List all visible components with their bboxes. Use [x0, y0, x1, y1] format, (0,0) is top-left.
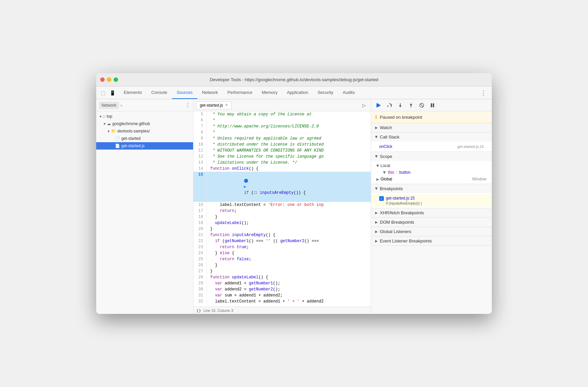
breakpoint-notice-text: Paused on breakpoint	[380, 115, 422, 120]
section-header-xhr-fetch[interactable]: ▶ XHR/fetch Breakpoints	[371, 208, 492, 217]
section-event-listener-breakpoints: ▶ Event Listener Breakpoints	[371, 236, 492, 246]
dom-label: DOM Breakpoints	[380, 220, 414, 225]
scope-global-header[interactable]: ▶ Global Window	[371, 176, 492, 182]
section-header-watch[interactable]: ▶ Watch	[371, 123, 492, 132]
step-out-button[interactable]	[407, 101, 415, 110]
tab-audits[interactable]: Audits	[338, 87, 359, 99]
section-header-event-listener-breakpoints[interactable]: ▶ Event Listener Breakpoints	[371, 236, 492, 245]
format-button[interactable]: { }	[197, 309, 201, 313]
line-content-22: if (getNumber1() === '' || getNumber2() …	[207, 238, 371, 244]
section-global-listeners: ▶ Global Listeners	[371, 227, 492, 236]
section-header-call-stack[interactable]: ▶ Call Stack	[371, 132, 492, 142]
deactivate-breakpoints-button[interactable]	[417, 101, 426, 110]
line-num-23: 23	[193, 244, 207, 250]
tree-item-top[interactable]: ▼ □ top	[96, 113, 193, 120]
tab-security[interactable]: Security	[313, 87, 338, 99]
call-stack-item-onClick[interactable]: onClick get-started.js:15	[371, 143, 492, 150]
code-line-28: 28 function updateLabel() {	[193, 274, 371, 280]
notice-icon: ℹ	[375, 114, 377, 120]
tab-console[interactable]: Console	[146, 87, 172, 99]
editor-tab-close[interactable]: ✕	[225, 103, 228, 107]
file-tree: ▼ □ top ▼ ☁ googlechrome.github ▼ 📁 devt…	[96, 111, 193, 314]
scope-local-this: ▶ this : button	[371, 169, 492, 176]
network-panel-tab[interactable]: Network	[99, 102, 119, 109]
more-tools-button[interactable]: ⋮	[478, 89, 489, 97]
section-header-global-listeners[interactable]: ▶ Global Listeners	[371, 227, 492, 236]
window-title: Developer Tools - https://googlechrome.g…	[210, 77, 378, 82]
device-toolbar-icon[interactable]: 📱	[108, 89, 116, 97]
tree-item-get-started[interactable]: ▶ 📄 get-started	[96, 135, 193, 142]
breakpoints-label: Breakpoints	[380, 186, 403, 191]
code-line-19: 19 updateLabel();	[193, 220, 371, 226]
tree-item-googlechrome[interactable]: ▼ ☁ googlechrome.github	[96, 120, 193, 127]
devtools-tabs: Elements Console Sources Network Perform…	[119, 87, 478, 99]
line-content-32: label.textContent = addend1 + ' + ' + ad…	[207, 298, 371, 305]
section-header-dom-breakpoints[interactable]: ▶ DOM Breakpoints	[371, 218, 492, 227]
line-content-10: * distributed under the License is distr…	[207, 142, 371, 148]
code-line-20: 20 }	[193, 226, 371, 232]
section-call-stack: ▶ Call Stack onClick get-started.js:15	[371, 132, 492, 152]
pause-on-exceptions-button[interactable]	[428, 101, 437, 110]
line-num-30: 30	[193, 286, 207, 292]
tree-label-top: top	[107, 114, 112, 119]
bp-checkbox-1[interactable]: ✓	[379, 196, 384, 201]
this-key: this	[388, 170, 394, 175]
tab-elements[interactable]: Elements	[119, 87, 146, 99]
global-label: Global	[380, 177, 392, 181]
line-num-27: 27	[193, 268, 207, 274]
line-num-22: 22	[193, 238, 207, 244]
code-line-9: 9 * Unless required by applicable law or…	[193, 135, 371, 142]
line-num-25: 25	[193, 256, 207, 262]
file-panel-more-button[interactable]: ⋮	[185, 102, 190, 108]
line-num-9: 9	[193, 135, 207, 142]
section-header-scope[interactable]: ▶ Scope	[371, 152, 492, 161]
section-header-breakpoints[interactable]: ▶ Breakpoints	[371, 184, 492, 193]
line-content-18: }	[207, 214, 371, 220]
step-into-button[interactable]	[396, 101, 405, 110]
resume-button[interactable]	[374, 101, 383, 110]
tab-sources[interactable]: Sources	[172, 87, 197, 99]
close-button[interactable]	[100, 77, 105, 82]
folder-icon-devtools: 📁	[111, 129, 116, 133]
editor-toolbar: get-started.js ✕ ▷	[193, 99, 371, 111]
tree-item-devtools-samples[interactable]: ▼ 📁 devtools-samples/	[96, 127, 193, 135]
code-line-16: 16 label.textContent = 'Error: one or bo…	[193, 202, 371, 208]
editor-tab-get-started-js[interactable]: get-started.js ✕	[196, 101, 232, 109]
line-content-21: function inputsAreEmpty() {	[207, 232, 371, 238]
code-line-5: 5 * You may obtain a copy of the License…	[193, 111, 371, 117]
code-line-32: 32 label.textContent = addend1 + ' + ' +…	[193, 298, 371, 305]
cursor-icon[interactable]: ⬚	[99, 89, 107, 97]
code-line-6: 6 *	[193, 117, 371, 123]
tree-item-get-started-js[interactable]: ▶ 📄 get-started.js	[96, 142, 193, 150]
line-num-24: 24	[193, 250, 207, 256]
tab-network[interactable]: Network	[197, 87, 223, 99]
scope-local-header[interactable]: ▶ Local	[371, 162, 492, 169]
maximize-button[interactable]	[114, 77, 118, 82]
breakpoint-marker-15[interactable]	[244, 179, 248, 183]
line-num-28: 28	[193, 274, 207, 280]
code-line-23: 23 return true;	[193, 244, 371, 250]
code-line-10: 10 * distributed under the License is di…	[193, 142, 371, 148]
minimize-button[interactable]	[107, 77, 111, 82]
tab-application[interactable]: Application	[282, 87, 313, 99]
panel-tab-chevron[interactable]: »	[120, 103, 122, 107]
line-num-14: 14	[193, 166, 207, 172]
svg-rect-1	[376, 103, 377, 107]
tab-memory[interactable]: Memory	[257, 87, 282, 99]
bp-info-1: get-started.js:15 if (inputsAreEmpty()) …	[386, 196, 422, 205]
code-line-11: 11 * WITHOUT WARRANTIES OR CONDITIONS OF…	[193, 148, 371, 154]
code-line-24: 24 } else {	[193, 250, 371, 256]
this-arrow: ▶	[383, 171, 387, 174]
line-content-6: *	[207, 117, 371, 123]
breakpoints-arrow: ▶	[375, 187, 378, 190]
scope-arrow: ▶	[375, 155, 378, 158]
watch-label: Watch	[380, 125, 392, 130]
line-num-12: 12	[193, 154, 207, 160]
scope-label: Scope	[380, 154, 392, 159]
code-editor[interactable]: 5 * You may obtain a copy of the License…	[193, 111, 371, 307]
editor-nav-forward[interactable]: ▷	[360, 101, 368, 109]
step-over-button[interactable]	[385, 101, 394, 110]
line-content-29: var addend1 = getNumber1();	[207, 280, 371, 286]
line-num-31: 31	[193, 292, 207, 298]
tab-performance[interactable]: Performance	[223, 87, 257, 99]
